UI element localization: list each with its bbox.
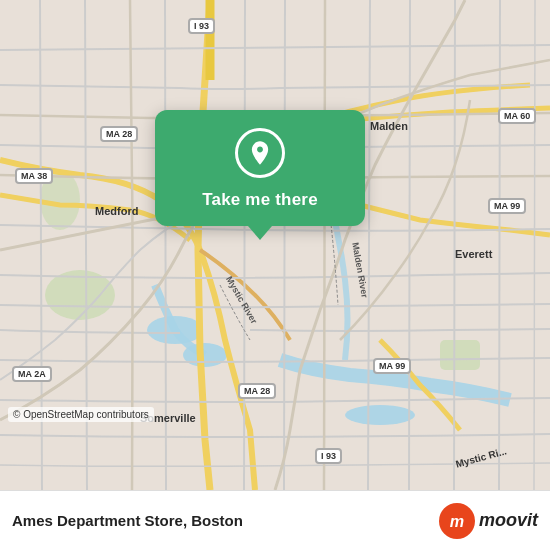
map-attribution: © OpenStreetMap contributors <box>8 407 154 422</box>
moovit-logo: m moovit <box>439 503 538 539</box>
map-container: Malden Medford Everett Somerville Mystic… <box>0 0 550 490</box>
store-title: Ames Department Store, Boston <box>12 512 439 529</box>
svg-text:m: m <box>450 512 464 530</box>
svg-point-3 <box>345 405 415 425</box>
popup-pin <box>235 128 285 178</box>
svg-rect-5 <box>440 340 480 370</box>
take-me-there-button[interactable]: Take me there <box>202 190 318 210</box>
moovit-icon: m <box>439 503 475 539</box>
bottom-bar-info: Ames Department Store, Boston <box>12 512 439 529</box>
bottom-bar: Ames Department Store, Boston m moovit <box>0 490 550 550</box>
store-name: Ames Department Store <box>12 512 183 529</box>
moovit-text: moovit <box>479 510 538 531</box>
popup-card[interactable]: Take me there <box>155 110 365 226</box>
svg-point-6 <box>40 170 80 230</box>
location-pin-icon <box>246 139 274 167</box>
store-city: Boston <box>191 512 243 529</box>
popup-arrow <box>248 226 272 240</box>
